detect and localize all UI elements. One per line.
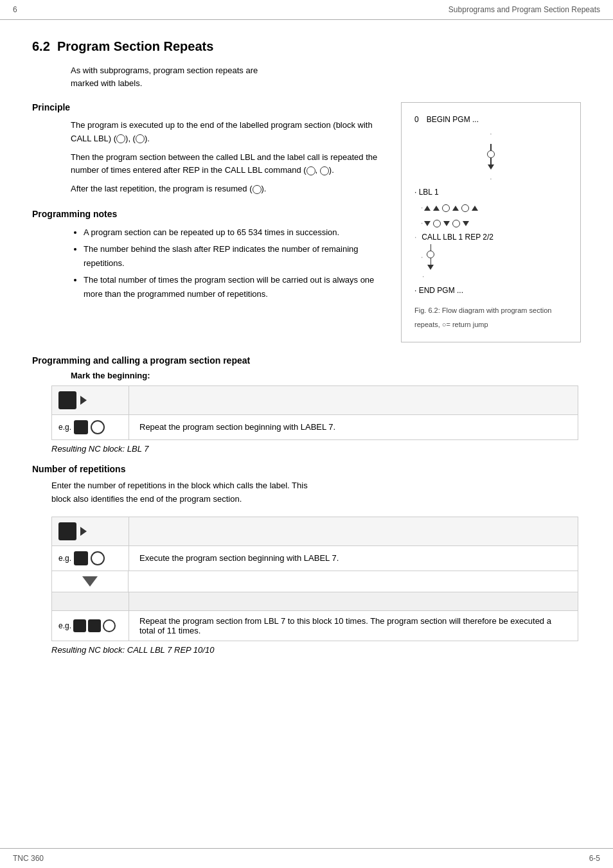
diag-lbl-arrows: · · bbox=[421, 201, 567, 230]
arrow-right-1 bbox=[80, 396, 87, 405]
prog-calling-heading: Programming and calling a program sectio… bbox=[32, 355, 581, 366]
prog-notes-heading: Programming notes bbox=[32, 209, 388, 219]
call-row-2-header bbox=[51, 592, 578, 611]
circle-after-call bbox=[427, 251, 434, 258]
section-title: 6.2 Program Section Repeats bbox=[32, 39, 581, 54]
black-key-1 bbox=[58, 391, 76, 409]
principle-p2: Then the program section between the cal… bbox=[71, 151, 388, 178]
down-arrow-2 bbox=[443, 221, 450, 226]
call-desc-2: Repeat the program section from LBL 7 to… bbox=[129, 611, 578, 641]
up-arrow-3 bbox=[452, 206, 459, 211]
call-desc-1: Execute the program section beginning wi… bbox=[129, 546, 578, 571]
arrow-connector-row bbox=[51, 571, 578, 592]
circle-btn-3 bbox=[103, 619, 116, 632]
up-arrow-2 bbox=[433, 206, 440, 211]
down-arrow-3 bbox=[463, 221, 469, 226]
circle-small-2 bbox=[461, 204, 469, 212]
up-arrow-4 bbox=[472, 206, 478, 211]
eg-label-2: e.g. bbox=[58, 554, 71, 563]
eg-label-1: e.g. bbox=[58, 423, 71, 432]
prog-note-1: A program section can be repeated up to … bbox=[84, 226, 388, 240]
mark-description: Repeat the program section beginning wit… bbox=[129, 415, 578, 440]
key-col-top-right bbox=[129, 385, 578, 415]
connector-right bbox=[129, 571, 578, 592]
num-rep-desc: Enter the number of repetitions in the b… bbox=[51, 479, 581, 506]
big-arrow-down bbox=[82, 576, 98, 587]
circle-small-1 bbox=[442, 204, 450, 212]
mark-table-bottom: e.g. Repeat the program section beginnin… bbox=[51, 415, 578, 440]
diag-lbl: · LBL 1 bbox=[414, 186, 567, 200]
prog-note-3: The total number of times the program se… bbox=[84, 273, 388, 301]
eg-label-3: e.g. bbox=[58, 621, 71, 630]
page-header: 6 Subprograms and Program Section Repeat… bbox=[0, 0, 613, 20]
up-arrow-1 bbox=[424, 206, 431, 211]
principle-p1: The program is executed up to the end of… bbox=[71, 119, 388, 146]
circle-icon-2 bbox=[136, 134, 145, 143]
call-keys-2: e.g. bbox=[51, 611, 129, 641]
header-title: Subprograms and Program Section Repeats bbox=[449, 5, 600, 14]
diag-dots-1: · · bbox=[414, 127, 567, 186]
circle-icon-3 bbox=[306, 166, 315, 175]
circle-btn-2 bbox=[91, 551, 105, 565]
key-col-top bbox=[51, 385, 129, 415]
black-key-3 bbox=[58, 522, 76, 540]
diag-end: · END PGM ... bbox=[414, 284, 567, 298]
call-row-2: e.g. Repeat the program section from LBL… bbox=[51, 611, 578, 641]
circle-btn-1 bbox=[91, 420, 105, 434]
flow-diagram: 0 BEGIN PGM ... · · · bbox=[401, 102, 581, 342]
circle-icon-4 bbox=[320, 166, 329, 175]
footer-right: 6-5 bbox=[589, 854, 600, 863]
prog-note-2: The number behind the slash after REP in… bbox=[84, 242, 388, 270]
down-arrow-1 bbox=[424, 221, 431, 226]
circle-small-4 bbox=[452, 220, 460, 227]
call-keys-1: e.g. bbox=[51, 546, 129, 571]
principle-heading: Principle bbox=[32, 102, 388, 112]
call-key-header bbox=[51, 517, 129, 546]
black-key-4 bbox=[74, 551, 88, 565]
arrow-down-1 bbox=[488, 164, 494, 170]
circle-icon-1 bbox=[116, 134, 125, 143]
fig-caption: Fig. 6.2: Flow diagram with program sect… bbox=[414, 303, 567, 332]
diag-begin: 0 BEGIN PGM ... bbox=[414, 113, 567, 127]
black-key-2 bbox=[74, 420, 88, 434]
call-table-header bbox=[51, 517, 578, 546]
arrow-connector-col bbox=[51, 571, 129, 592]
circle-small-3 bbox=[433, 220, 441, 227]
num-rep-heading: Number of repetitions bbox=[32, 464, 581, 474]
diag-after-call: · · bbox=[421, 244, 567, 284]
call-desc-header bbox=[129, 517, 578, 546]
intro-text: As with subprograms, program section rep… bbox=[71, 64, 581, 89]
prog-notes: A program section can be repeated up to … bbox=[32, 226, 388, 301]
mark-table bbox=[51, 385, 578, 415]
diagram-content: 0 BEGIN PGM ... · · · bbox=[414, 113, 567, 298]
arrow-right-2 bbox=[80, 527, 87, 536]
nc-block-lbl7: Resulting NC block: LBL 7 bbox=[51, 444, 581, 454]
principle-p3: After the last repetition, the program i… bbox=[71, 182, 388, 196]
main-content: 6.2 Program Section Repeats As with subp… bbox=[0, 20, 613, 704]
arrow-after-call bbox=[427, 265, 434, 270]
key-col-bottom: e.g. bbox=[51, 415, 129, 440]
page-footer: TNC 360 6-5 bbox=[0, 848, 613, 868]
principle-text-block: Principle The program is executed up to … bbox=[32, 102, 388, 342]
mark-beginning-heading: Mark the beginning: bbox=[71, 371, 581, 380]
call-desc-2-header bbox=[129, 592, 578, 611]
nc-block-call: Resulting NC block: CALL LBL 7 REP 10/10 bbox=[51, 645, 581, 655]
page: 6 Subprograms and Program Section Repeat… bbox=[0, 0, 613, 868]
diag-call-lbl: · CALL LBL 1 REP 2/2 bbox=[414, 230, 567, 244]
call-row-1: e.g. Execute the program section beginni… bbox=[51, 546, 578, 571]
principle-section: Principle The program is executed up to … bbox=[32, 102, 581, 342]
circle-flow-1 bbox=[487, 150, 495, 158]
prog-notes-list: A program section can be repeated up to … bbox=[84, 226, 388, 301]
black-key-6 bbox=[88, 619, 101, 632]
black-key-5 bbox=[73, 619, 86, 632]
circle-icon-5 bbox=[253, 185, 262, 194]
footer-left: TNC 360 bbox=[13, 854, 44, 863]
header-page-number: 6 bbox=[13, 5, 449, 14]
call-keys-2-header bbox=[51, 592, 129, 611]
